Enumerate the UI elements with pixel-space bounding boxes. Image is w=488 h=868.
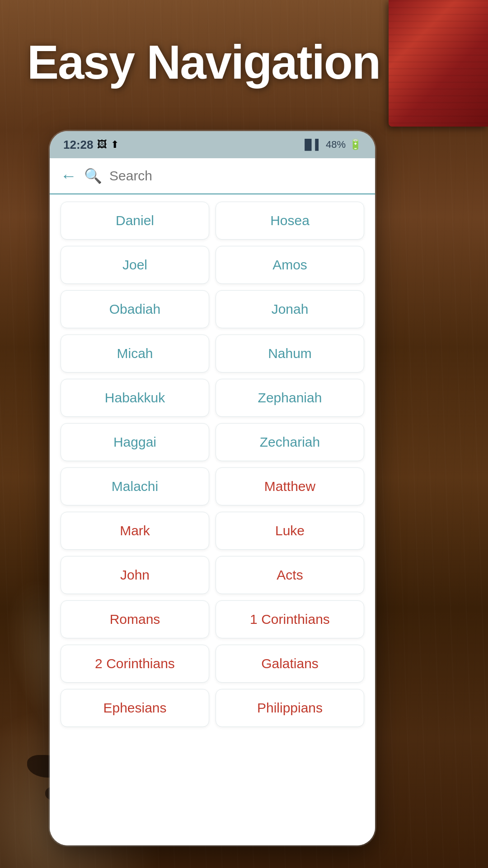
book-item-ephesians[interactable]: Ephesians: [61, 689, 209, 727]
book-item-john[interactable]: John: [61, 556, 209, 594]
book-item-obadiah[interactable]: Obadiah: [61, 290, 209, 328]
status-time: 12:28: [63, 138, 94, 152]
books-container[interactable]: DanielHoseaJoelAmosObadiahJonahMicahNahu…: [50, 194, 375, 845]
phone-frame: 12:28 🖼 ⬆ ▐▌▌ 48% 🔋 ← 🔍 DanielHoseaJoelA…: [50, 131, 375, 845]
status-bar: 12:28 🖼 ⬆ ▐▌▌ 48% 🔋: [50, 131, 375, 158]
books-grid: DanielHoseaJoelAmosObadiahJonahMicahNahu…: [61, 202, 364, 727]
book-item-mark[interactable]: Mark: [61, 512, 209, 550]
book-item-matthew[interactable]: Matthew: [216, 467, 364, 505]
book-item-1corinthians[interactable]: 1 Corinthians: [216, 600, 364, 638]
page-title: Easy Navigation: [27, 36, 461, 89]
book-item-haggai[interactable]: Haggai: [61, 423, 209, 461]
search-input[interactable]: [109, 168, 364, 184]
signal-icon: ▐▌▌: [301, 139, 322, 151]
book-item-malachi[interactable]: Malachi: [61, 467, 209, 505]
book-item-galatians[interactable]: Galatians: [216, 645, 364, 683]
book-item-joel[interactable]: Joel: [61, 246, 209, 284]
battery-text: 48%: [326, 139, 346, 151]
book-item-zephaniah[interactable]: Zephaniah: [216, 379, 364, 417]
book-item-luke[interactable]: Luke: [216, 512, 364, 550]
status-data-icon: ⬆: [111, 139, 119, 151]
back-button[interactable]: ←: [61, 166, 77, 185]
book-item-romans[interactable]: Romans: [61, 600, 209, 638]
book-item-zechariah[interactable]: Zechariah: [216, 423, 364, 461]
search-icon: 🔍: [84, 167, 102, 184]
status-bar-right: ▐▌▌ 48% 🔋: [301, 139, 361, 151]
book-item-nahum[interactable]: Nahum: [216, 335, 364, 373]
book-item-acts[interactable]: Acts: [216, 556, 364, 594]
book-item-philippians[interactable]: Philippians: [216, 689, 364, 727]
book-item-micah[interactable]: Micah: [61, 335, 209, 373]
status-photo-icon: 🖼: [97, 139, 107, 151]
book-item-hosea[interactable]: Hosea: [216, 202, 364, 240]
status-bar-left: 12:28 🖼 ⬆: [63, 138, 119, 152]
search-bar: ← 🔍: [50, 158, 375, 194]
book-item-habakkuk[interactable]: Habakkuk: [61, 379, 209, 417]
book-item-daniel[interactable]: Daniel: [61, 202, 209, 240]
book-item-2corinthians[interactable]: 2 Corinthians: [61, 645, 209, 683]
book-item-amos[interactable]: Amos: [216, 246, 364, 284]
battery-icon: 🔋: [349, 139, 361, 151]
book-item-jonah[interactable]: Jonah: [216, 290, 364, 328]
